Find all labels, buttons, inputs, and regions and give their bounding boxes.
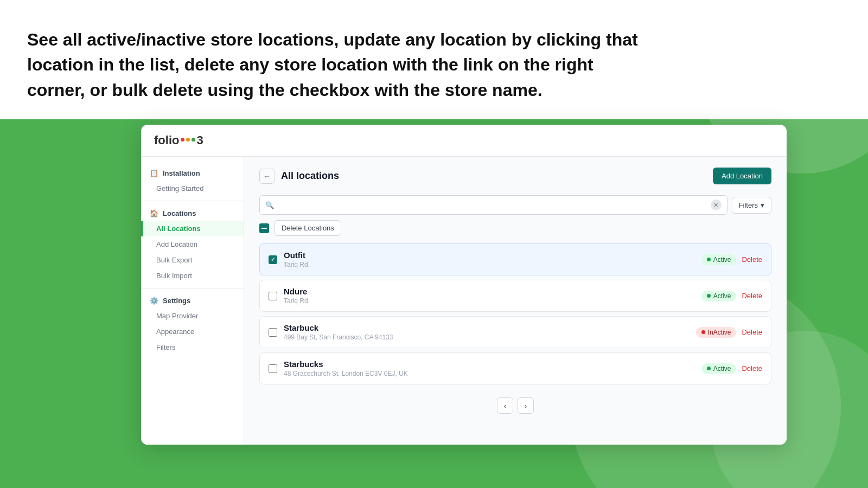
location-actions-starbucks: Active Delete — [701, 363, 762, 374]
location-name-starbucks: Starbucks — [284, 359, 695, 369]
location-name-outfit: Outfit — [284, 251, 695, 260]
hero-text: See all active/inactive store locations,… — [27, 27, 651, 102]
status-dot-ndure — [707, 294, 711, 298]
status-label-ndure: Active — [713, 292, 731, 300]
location-checkbox-ndure[interactable] — [269, 292, 277, 300]
bulk-action-row: Delete Locations — [259, 220, 771, 236]
status-badge-ndure: Active — [701, 291, 737, 301]
delete-button-starbuck[interactable]: Delete — [742, 328, 762, 336]
app-header: folio3 — [141, 125, 787, 157]
search-input[interactable] — [278, 201, 706, 209]
page-title: All locations — [281, 170, 339, 182]
sidebar-section-installation: 📋 Installation Getting Started — [141, 165, 244, 196]
installation-icon: 📋 — [150, 169, 158, 177]
location-info-ndure: Ndure Tariq Rd. — [284, 287, 695, 305]
location-name-starbuck: Starbuck — [284, 323, 690, 332]
status-badge-starbuck: InActive — [696, 327, 737, 338]
status-dot-outfit — [707, 258, 711, 261]
main-content: ← All locations Add Location 🔍 ✕ Filters… — [244, 157, 787, 445]
sidebar: 📋 Installation Getting Started 🏠 Locatio… — [141, 157, 244, 445]
page-title-row: ← All locations — [259, 169, 339, 184]
locations-icon: 🏠 — [150, 209, 158, 217]
page-header: ← All locations Add Location — [259, 168, 771, 184]
logo: folio3 — [154, 133, 203, 147]
sidebar-item-bulk-export[interactable]: Bulk Export — [141, 252, 244, 268]
app-body: 📋 Installation Getting Started 🏠 Locatio… — [141, 157, 787, 445]
sidebar-section-title-settings: ⚙️ Settings — [141, 293, 244, 308]
dot-red — [181, 138, 184, 142]
location-info-starbuck: Starbuck 499 Bay St, San Francisco, CA 9… — [284, 323, 690, 341]
clear-search-button[interactable]: ✕ — [711, 200, 722, 210]
sidebar-item-filters[interactable]: Filters — [141, 339, 244, 355]
status-label-starbucks: Active — [713, 365, 731, 373]
delete-button-ndure[interactable]: Delete — [742, 292, 762, 300]
status-badge-outfit: Active — [701, 254, 737, 265]
location-list: Outfit Tariq Rd. Active Delete — [259, 243, 771, 389]
sidebar-section-locations: 🏠 Locations All Locations Add Location B… — [141, 206, 244, 284]
status-label-outfit: Active — [713, 256, 731, 264]
location-address-outfit: Tariq Rd. — [284, 261, 695, 268]
location-actions-ndure: Active Delete — [701, 291, 762, 301]
location-checkbox-starbuck[interactable] — [269, 328, 277, 337]
sidebar-section-title-locations: 🏠 Locations — [141, 206, 244, 221]
back-button[interactable]: ← — [259, 169, 275, 184]
app-window: folio3 📋 Installation Getting Started 🏠 — [141, 125, 787, 445]
logo-text: folio — [154, 133, 179, 147]
table-row[interactable]: Ndure Tariq Rd. Active Delete — [259, 280, 771, 312]
installation-label: Installation — [163, 169, 200, 177]
next-page-button[interactable]: › — [518, 397, 534, 414]
filters-button[interactable]: Filters ▾ — [732, 197, 771, 214]
location-actions-outfit: Active Delete — [701, 254, 762, 265]
bulk-select-checkbox[interactable] — [259, 223, 269, 233]
logo-dots — [181, 138, 195, 142]
search-icon: 🔍 — [265, 201, 274, 209]
sidebar-divider-2 — [141, 288, 244, 288]
status-label-starbuck: InActive — [708, 329, 731, 336]
table-row[interactable]: Starbuck 499 Bay St, San Francisco, CA 9… — [259, 316, 771, 348]
sidebar-item-map-provider[interactable]: Map Provider — [141, 308, 244, 324]
delete-button-outfit[interactable]: Delete — [742, 255, 762, 264]
filters-label: Filters — [739, 201, 758, 209]
status-dot-starbuck — [701, 330, 705, 334]
location-address-starbuck: 499 Bay St, San Francisco, CA 94133 — [284, 333, 690, 341]
location-actions-starbuck: InActive Delete — [696, 327, 762, 338]
location-checkbox-starbucks[interactable] — [269, 364, 277, 373]
prev-page-button[interactable]: ‹ — [497, 397, 513, 414]
sidebar-section-title-installation: 📋 Installation — [141, 165, 244, 181]
sidebar-divider-1 — [141, 201, 244, 201]
sidebar-item-add-location[interactable]: Add Location — [141, 236, 244, 252]
logo-number: 3 — [196, 133, 203, 147]
search-box: 🔍 ✕ — [259, 195, 727, 215]
sidebar-item-all-locations[interactable]: All Locations — [141, 221, 244, 236]
settings-icon: ⚙️ — [150, 296, 158, 305]
sidebar-item-appearance[interactable]: Appearance — [141, 324, 244, 339]
sidebar-item-getting-started[interactable]: Getting Started — [141, 181, 244, 196]
location-checkbox-outfit[interactable] — [269, 255, 277, 264]
sidebar-item-bulk-import[interactable]: Bulk Import — [141, 268, 244, 284]
locations-label: Locations — [163, 209, 196, 217]
location-name-ndure: Ndure — [284, 287, 695, 296]
settings-label: Settings — [163, 297, 190, 305]
status-badge-starbucks: Active — [701, 363, 737, 374]
location-address-ndure: Tariq Rd. — [284, 297, 695, 305]
dot-orange — [186, 138, 190, 142]
location-address-starbucks: 48 Gracechurch St, London EC3V 0EJ, UK — [284, 370, 695, 377]
table-row[interactable]: Outfit Tariq Rd. Active Delete — [259, 243, 771, 275]
dot-green — [192, 138, 195, 142]
location-info-starbucks: Starbucks 48 Gracechurch St, London EC3V… — [284, 359, 695, 377]
delete-locations-button[interactable]: Delete Locations — [275, 220, 341, 236]
filters-chevron-icon: ▾ — [761, 201, 764, 209]
table-row[interactable]: Starbucks 48 Gracechurch St, London EC3V… — [259, 352, 771, 384]
status-dot-starbucks — [707, 367, 711, 370]
sidebar-section-settings: ⚙️ Settings Map Provider Appearance Filt… — [141, 293, 244, 355]
location-info-outfit: Outfit Tariq Rd. — [284, 251, 695, 268]
search-filter-row: 🔍 ✕ Filters ▾ — [259, 195, 771, 215]
delete-button-starbucks[interactable]: Delete — [742, 364, 762, 373]
add-location-button[interactable]: Add Location — [713, 168, 771, 184]
pagination: ‹ › — [259, 397, 771, 414]
